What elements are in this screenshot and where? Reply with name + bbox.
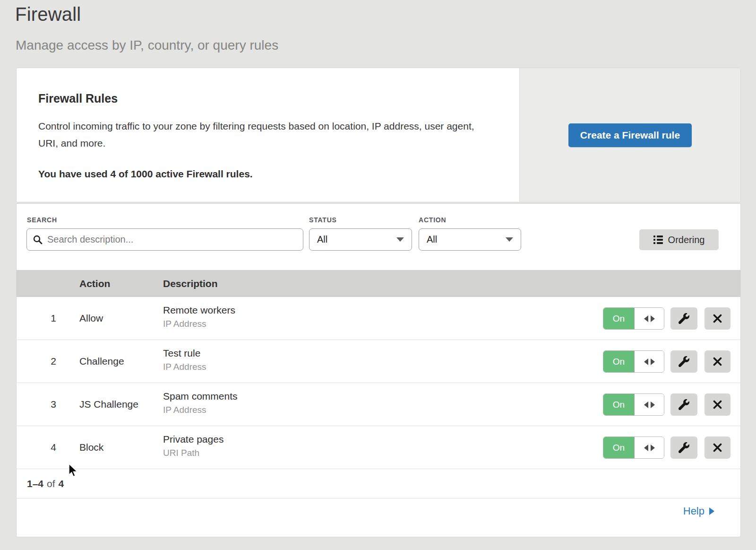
rule-enabled-toggle[interactable]: On — [603, 393, 664, 416]
intro-card-description: Control incoming traffic to your zone by… — [38, 118, 487, 152]
delete-rule-button[interactable] — [704, 437, 730, 459]
ordered-list-icon — [653, 236, 663, 244]
rule-controls: On — [603, 307, 740, 330]
rule-description: Spam comments IP Address — [163, 391, 238, 415]
rules-usage-note: You have used 4 of 1000 active Firewall … — [38, 168, 498, 180]
arrow-left-icon — [644, 358, 648, 365]
delete-rule-button[interactable] — [704, 307, 730, 330]
wrench-icon — [679, 313, 689, 324]
create-firewall-rule-button[interactable]: Create a Firewall rule — [568, 123, 692, 147]
pagination-total: 4 — [59, 478, 64, 489]
status-label: STATUS — [309, 216, 337, 224]
column-header-description: Description — [163, 278, 218, 289]
table-row: 2 Challenge Test rule IP Address On — [17, 340, 740, 383]
rule-priority: 3 — [43, 399, 64, 410]
firewall-page: Firewall Manage access by IP, country, o… — [0, 0, 756, 550]
toggle-on-label[interactable]: On — [603, 437, 635, 458]
rule-field-type: IP Address — [163, 319, 235, 329]
wrench-icon — [679, 442, 689, 453]
action-label: ACTION — [419, 216, 446, 224]
intro-card-title: Firewall Rules — [38, 92, 498, 105]
table-row: 3 JS Challenge Spam comments IP Address … — [17, 383, 740, 426]
rule-priority: 2 — [43, 356, 64, 367]
arrow-left-icon — [644, 445, 648, 451]
rule-action: Block — [79, 442, 103, 453]
rule-priority: 1 — [43, 313, 64, 324]
edit-rule-button[interactable] — [670, 350, 697, 373]
rule-description: Private pages URI Path — [163, 434, 223, 458]
close-icon — [713, 357, 722, 367]
rule-priority: 4 — [43, 442, 64, 453]
edit-rule-button[interactable] — [670, 393, 697, 416]
page-title: Firewall — [15, 4, 81, 25]
rule-action: Challenge — [79, 356, 124, 367]
search-box[interactable] — [26, 228, 303, 251]
search-input[interactable] — [47, 234, 297, 245]
rule-description-text: Test rule — [163, 348, 206, 359]
arrow-right-icon — [651, 445, 655, 451]
wrench-icon — [679, 356, 689, 367]
intro-text-panel: Firewall Rules Control incoming traffic … — [17, 68, 519, 202]
help-link-label: Help — [683, 505, 704, 517]
action-selected-value: All — [427, 234, 437, 245]
delete-rule-button[interactable] — [704, 393, 730, 416]
column-header-action: Action — [79, 278, 110, 289]
toggle-drag-handle[interactable] — [635, 308, 664, 329]
help-link[interactable]: Help — [683, 505, 714, 517]
toggle-on-label[interactable]: On — [603, 308, 635, 329]
toggle-drag-handle[interactable] — [635, 394, 664, 415]
rule-description-text: Remote workers — [163, 305, 235, 316]
rule-enabled-toggle[interactable]: On — [603, 437, 664, 459]
rule-action: Allow — [79, 313, 103, 324]
status-select[interactable]: All — [309, 228, 412, 251]
rule-enabled-toggle[interactable]: On — [603, 350, 664, 373]
arrow-left-icon — [644, 402, 648, 408]
arrow-right-icon — [709, 507, 714, 515]
close-icon — [713, 400, 722, 410]
delete-rule-button[interactable] — [704, 350, 730, 373]
card-footer: Help — [17, 498, 740, 527]
rule-enabled-toggle[interactable]: On — [603, 307, 664, 330]
toggle-drag-handle[interactable] — [635, 437, 664, 458]
rule-description-text: Spam comments — [163, 391, 238, 402]
pagination-status: 1–4 of 4 — [17, 469, 740, 498]
create-rule-panel: Create a Firewall rule — [519, 68, 740, 202]
chevron-down-icon — [506, 237, 513, 242]
pagination-range: 1–4 — [27, 478, 43, 489]
toggle-on-label[interactable]: On — [603, 394, 635, 415]
chevron-down-icon — [396, 237, 404, 242]
rule-field-type: IP Address — [163, 405, 238, 415]
wrench-icon — [679, 399, 689, 410]
arrow-right-icon — [651, 358, 655, 365]
close-icon — [713, 314, 722, 323]
arrow-right-icon — [651, 402, 655, 408]
table-row: 1 Allow Remote workers IP Address On — [17, 297, 740, 340]
rules-table-header: Action Description — [17, 270, 740, 297]
filters-bar: SEARCH STATUS All ACTION All — [17, 204, 740, 270]
edit-rule-button[interactable] — [670, 437, 697, 459]
arrow-left-icon — [644, 315, 648, 322]
action-select[interactable]: All — [419, 228, 521, 251]
firewall-rules-list-card: SEARCH STATUS All ACTION All — [16, 203, 741, 537]
edit-rule-button[interactable] — [670, 307, 697, 330]
rule-description-text: Private pages — [163, 434, 223, 445]
rule-description: Test rule IP Address — [163, 348, 206, 372]
ordering-button[interactable]: Ordering — [639, 229, 719, 250]
close-icon — [713, 443, 722, 453]
toggle-on-label[interactable]: On — [603, 351, 635, 372]
rule-field-type: URI Path — [163, 448, 223, 458]
status-selected-value: All — [317, 234, 327, 245]
rule-controls: On — [603, 350, 740, 373]
search-icon — [33, 235, 43, 245]
rule-field-type: IP Address — [163, 362, 206, 372]
pagination-of: of — [47, 478, 55, 489]
firewall-rules-intro-card: Firewall Rules Control incoming traffic … — [16, 68, 741, 202]
ordering-button-label: Ordering — [668, 235, 705, 245]
arrow-right-icon — [651, 315, 655, 322]
table-row: 4 Block Private pages URI Path On — [17, 426, 740, 469]
rule-action: JS Challenge — [79, 399, 138, 410]
rule-description: Remote workers IP Address — [163, 305, 235, 329]
search-label: SEARCH — [27, 216, 57, 224]
toggle-drag-handle[interactable] — [635, 351, 664, 372]
rule-controls: On — [603, 437, 740, 459]
